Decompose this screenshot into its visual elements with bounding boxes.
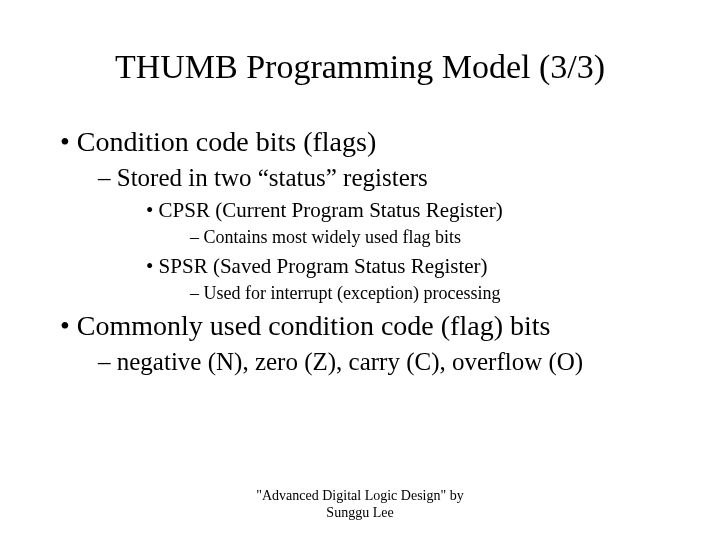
- bullet-lvl4: Contains most widely used flag bits: [190, 227, 700, 248]
- footer-line: Sunggu Lee: [0, 505, 720, 522]
- bullet-lvl2: negative (N), zero (Z), carry (C), overf…: [98, 348, 700, 376]
- bullet-lvl4: Used for interrupt (exception) processin…: [190, 283, 700, 304]
- slide-body: Condition code bits (flags) Stored in tw…: [0, 106, 720, 376]
- slide: THUMB Programming Model (3/3) Condition …: [0, 0, 720, 540]
- bullet-lvl3: CPSR (Current Program Status Register): [146, 198, 700, 223]
- slide-footer: "Advanced Digital Logic Design" by Sungg…: [0, 488, 720, 522]
- bullet-lvl3: SPSR (Saved Program Status Register): [146, 254, 700, 279]
- footer-line: "Advanced Digital Logic Design" by: [0, 488, 720, 505]
- bullet-list: Condition code bits (flags) Stored in tw…: [60, 126, 700, 376]
- bullet-lvl1: Commonly used condition code (flag) bits: [60, 310, 700, 342]
- slide-title: THUMB Programming Model (3/3): [0, 0, 720, 106]
- bullet-lvl1: Condition code bits (flags): [60, 126, 700, 158]
- bullet-lvl2: Stored in two “status” registers: [98, 164, 700, 192]
